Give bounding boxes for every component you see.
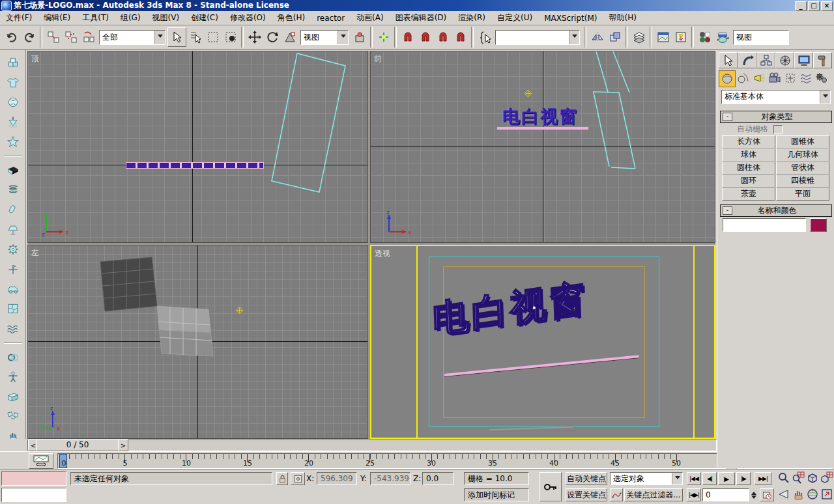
menu-maxscript[interactable]: MAXScript(M) xyxy=(538,12,603,24)
wind-icon[interactable] xyxy=(3,261,23,277)
percent-snap-icon[interactable] xyxy=(434,28,452,46)
absolute-mode-icon[interactable] xyxy=(291,472,305,485)
torus-button[interactable]: 圆环 xyxy=(722,175,775,188)
set-key-mode-icon[interactable] xyxy=(539,472,562,501)
shapes-icon[interactable] xyxy=(736,70,751,86)
spring-icon[interactable] xyxy=(3,182,23,198)
zoom-extents-icon[interactable] xyxy=(805,471,820,484)
go-to-end-button[interactable]: ▶▶| xyxy=(755,472,771,485)
chevron-down-icon[interactable] xyxy=(154,31,165,44)
viewport-top-label[interactable]: 顶 xyxy=(31,53,39,64)
redo-icon[interactable] xyxy=(20,28,38,46)
menu-create[interactable]: 创建(C) xyxy=(185,11,224,25)
sphere-button[interactable]: 球体 xyxy=(722,148,775,161)
menu-graph-editors[interactable]: 图表编辑器(D) xyxy=(390,11,453,25)
viewport-top[interactable]: 顶 y x z xyxy=(27,51,368,243)
cone-button[interactable]: 圆锥体 xyxy=(776,135,829,148)
auto-key-button[interactable]: 自动关键点 xyxy=(566,472,607,485)
previous-frame-button[interactable]: ◀| xyxy=(702,472,717,485)
current-frame-field[interactable]: 0 xyxy=(702,488,749,501)
cloth-collection-icon[interactable] xyxy=(3,74,23,90)
point-point-constraint-icon[interactable] xyxy=(3,409,23,425)
select-by-name-icon[interactable] xyxy=(186,28,204,46)
geometry-icon[interactable] xyxy=(719,70,736,87)
time-slider-handle[interactable]: 0 / 50 xyxy=(36,440,119,451)
lights-icon[interactable] xyxy=(751,70,767,86)
name-color-rollout-header[interactable]: - 名称和颜色 xyxy=(720,204,832,217)
reference-coordinate-dropdown[interactable]: 视图 xyxy=(300,30,349,45)
linear-dashpot-icon[interactable] xyxy=(3,202,23,217)
go-to-start-button[interactable]: |◀◀ xyxy=(687,472,701,485)
viewport-perspective-label[interactable]: 透视 xyxy=(375,248,390,259)
chevron-down-icon[interactable] xyxy=(820,91,830,104)
systems-icon[interactable] xyxy=(814,70,829,86)
render-view-dropdown[interactable]: 视图 xyxy=(733,30,789,45)
key-mode-dropdown[interactable]: 选定对象 xyxy=(610,472,683,485)
tab-create[interactable] xyxy=(719,52,738,68)
select-object-button[interactable] xyxy=(167,27,186,47)
z-coordinate-field[interactable]: 0.0 xyxy=(422,472,453,485)
minimize-button[interactable]: _ xyxy=(795,1,807,11)
curve-editor-icon[interactable] xyxy=(654,28,672,46)
chevron-down-icon[interactable] xyxy=(672,473,682,484)
set-key-button[interactable]: 设置关键点 xyxy=(566,488,607,501)
select-and-scale-icon[interactable] xyxy=(281,28,298,46)
menu-edit[interactable]: 编辑(E) xyxy=(38,11,76,25)
next-frame-button[interactable]: |▶ xyxy=(736,472,751,485)
object-name-input[interactable] xyxy=(723,218,806,232)
named-selection-sets-dropdown[interactable] xyxy=(495,30,580,45)
menu-reactor[interactable]: reactor xyxy=(311,12,351,24)
menu-animation[interactable]: 动画(A) xyxy=(351,11,390,25)
viewport-left-label[interactable]: 左 xyxy=(31,247,39,259)
menu-views[interactable]: 视图(V) xyxy=(147,11,186,25)
menu-help[interactable]: 帮助(H) xyxy=(603,11,642,25)
mirror-icon[interactable] xyxy=(588,28,606,46)
open-mini-curve-editor-button[interactable] xyxy=(29,453,53,469)
object-color-swatch[interactable] xyxy=(810,218,827,232)
zoom-all-icon[interactable] xyxy=(791,471,805,484)
plane-icon[interactable] xyxy=(3,163,23,178)
frame-spinner[interactable] xyxy=(750,488,758,501)
time-configuration-icon[interactable] xyxy=(760,488,774,501)
field-of-view-icon[interactable] xyxy=(777,488,791,501)
menu-modifiers[interactable]: 修改器(O) xyxy=(224,11,272,25)
pyramid-button[interactable]: 四棱锥 xyxy=(776,175,829,188)
x-coordinate-field[interactable]: 596.309 xyxy=(317,472,357,485)
window-crossing-toggle-icon[interactable] xyxy=(222,28,239,46)
bind-to-space-warp-icon[interactable] xyxy=(79,28,97,46)
add-time-tag[interactable]: 添加时间标记 xyxy=(464,488,529,501)
viewport-front-label[interactable]: 前 xyxy=(374,53,382,64)
tab-utilities[interactable] xyxy=(813,52,832,68)
logo-underline-front[interactable] xyxy=(497,127,588,130)
collapse-icon[interactable]: - xyxy=(723,113,732,121)
track-bar-ruler[interactable]: 0 5 10 15 20 25 30 35 40 45 50 xyxy=(57,453,726,469)
water-icon[interactable] xyxy=(3,320,23,336)
toy-car-icon[interactable] xyxy=(3,281,23,297)
pan-hand-icon[interactable] xyxy=(791,488,805,501)
align-icon[interactable] xyxy=(606,28,624,46)
render-scene-icon[interactable] xyxy=(713,28,731,46)
autogrid-checkbox[interactable] xyxy=(773,125,783,134)
maximize-button[interactable]: □ xyxy=(808,1,820,11)
play-button[interactable]: ▶ xyxy=(718,472,735,485)
spinner-snap-icon[interactable] xyxy=(452,28,469,46)
zoom-extents-all-icon[interactable] xyxy=(820,471,834,484)
tab-motion[interactable] xyxy=(775,52,794,68)
select-and-link-icon[interactable] xyxy=(44,28,62,46)
geosphere-button[interactable]: 几何球体 xyxy=(776,148,829,161)
window-titlebar[interactable]: 第七场景-LOGO.max - Autodesk 3ds Max 8 - Sta… xyxy=(0,0,834,11)
menu-file[interactable]: 文件(F) xyxy=(0,11,38,25)
use-pivot-point-icon[interactable] xyxy=(351,28,368,46)
tab-hierarchy[interactable] xyxy=(756,52,775,68)
close-button[interactable]: × xyxy=(821,1,833,11)
y-coordinate-field[interactable]: -543.939 xyxy=(370,472,410,485)
soft-body-collection-icon[interactable] xyxy=(3,94,23,110)
deforming-mesh-collection-icon[interactable] xyxy=(3,133,23,149)
select-and-rotate-icon[interactable] xyxy=(263,28,281,46)
chevron-down-icon[interactable] xyxy=(338,31,348,44)
edit-named-selection-sets-icon[interactable] xyxy=(476,28,493,46)
material-editor-icon[interactable] xyxy=(696,28,713,46)
soft-body-icon[interactable] xyxy=(3,389,23,405)
key-mode-toggle-button[interactable]: |◀▶| xyxy=(687,488,701,501)
layer-manager-icon[interactable] xyxy=(630,28,648,46)
